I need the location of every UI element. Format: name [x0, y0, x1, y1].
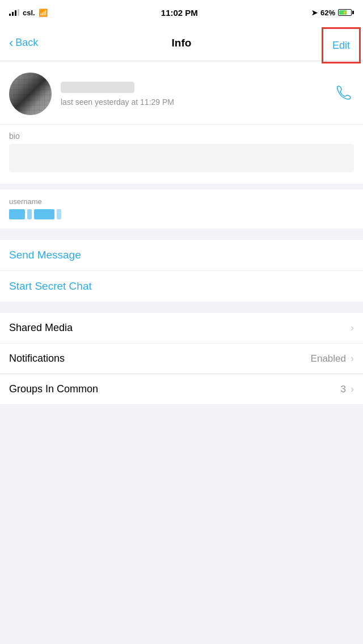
avatar-overlay — [9, 73, 52, 115]
notifications-label: Notifications — [9, 353, 65, 365]
signal-bar-2 — [12, 12, 14, 16]
carrier-label: csl. — [23, 9, 35, 17]
notifications-row[interactable]: Notifications Enabled › — [0, 344, 363, 374]
signal-bars — [9, 9, 19, 16]
back-button[interactable]: ‹ Back — [0, 36, 47, 50]
shared-media-chevron-icon: › — [351, 322, 354, 334]
username-label: username — [9, 197, 354, 206]
profile-header: last seen yesterday at 11:29 PM — [9, 73, 354, 115]
profile-info: last seen yesterday at 11:29 PM — [61, 82, 327, 107]
signal-bar-4 — [18, 9, 19, 16]
username-px-1 — [9, 209, 25, 219]
notifications-right: Enabled › — [311, 353, 354, 365]
list-section: Shared Media › Notifications Enabled › G… — [0, 313, 363, 404]
status-left: csl. 📶 — [9, 9, 48, 17]
username-px-4 — [57, 209, 61, 219]
bio-label: bio — [9, 132, 354, 141]
status-time: 11:02 PM — [161, 8, 198, 18]
groups-in-common-chevron-icon: › — [351, 383, 354, 395]
groups-in-common-row[interactable]: Groups In Common 3 › — [0, 374, 363, 404]
username-row: username — [0, 189, 363, 228]
avatar-image — [9, 73, 52, 115]
start-secret-chat-row[interactable]: Start Secret Chat — [0, 271, 363, 302]
username-value — [9, 208, 354, 221]
wifi-icon: 📶 — [39, 9, 48, 17]
bolt-icon: ⚡ — [342, 10, 348, 15]
section-divider-1 — [0, 184, 363, 189]
battery-tip — [352, 11, 354, 14]
shared-media-row[interactable]: Shared Media › — [0, 313, 363, 344]
nav-title: Info — [172, 37, 192, 49]
avatar — [9, 73, 52, 115]
status-right: ➤ 62% ⚡ — [311, 9, 354, 17]
action-section: Send Message Start Secret Chat — [0, 240, 363, 302]
section-divider-3 — [0, 302, 363, 307]
signal-bar-3 — [15, 10, 16, 16]
username-section: username — [0, 189, 363, 228]
groups-in-common-label: Groups In Common — [9, 383, 98, 395]
username-px-3 — [34, 209, 54, 219]
shared-media-label: Shared Media — [9, 322, 73, 334]
send-message-label: Send Message — [9, 249, 81, 261]
edit-button[interactable]: Edit — [322, 27, 361, 63]
battery-icon: ⚡ — [338, 9, 354, 16]
back-chevron-icon: ‹ — [9, 36, 13, 50]
edit-label: Edit — [332, 40, 350, 52]
username-px-2 — [27, 209, 32, 219]
start-secret-chat-label: Start Secret Chat — [9, 280, 92, 292]
bio-content — [9, 144, 354, 172]
nav-bar: ‹ Back Info Edit — [0, 25, 363, 61]
section-divider-2 — [0, 228, 363, 234]
back-label: Back — [15, 37, 38, 49]
phone-icon[interactable] — [336, 84, 352, 104]
profile-section: last seen yesterday at 11:29 PM — [0, 61, 363, 124]
send-message-row[interactable]: Send Message — [0, 240, 363, 271]
shared-media-right: › — [351, 322, 354, 334]
groups-in-common-right: 3 › — [341, 383, 354, 395]
profile-last-seen: last seen yesterday at 11:29 PM — [61, 98, 327, 107]
bio-section: bio — [0, 124, 363, 184]
location-icon: ➤ — [311, 9, 318, 17]
notifications-value: Enabled — [311, 353, 346, 365]
status-bar: csl. 📶 11:02 PM ➤ 62% ⚡ — [0, 0, 363, 25]
signal-bar-1 — [9, 14, 11, 16]
groups-in-common-value: 3 — [341, 384, 346, 395]
notifications-chevron-icon: › — [351, 353, 354, 365]
profile-name-placeholder — [61, 82, 134, 93]
battery-percent: 62% — [320, 9, 335, 17]
